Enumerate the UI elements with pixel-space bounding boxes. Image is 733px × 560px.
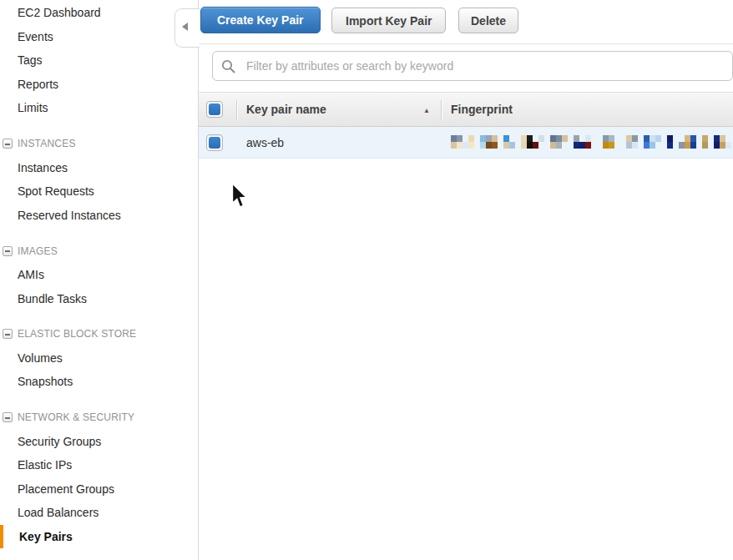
filter-input[interactable] [212,51,733,81]
column-header-fingerprint[interactable]: Fingerprint [451,93,513,126]
mosaic-cell [614,135,620,142]
mosaic-cell [591,142,597,149]
table-row-aws-eb[interactable]: aws-eb [199,127,733,159]
mosaic-cell [720,142,725,149]
sidebar-item-amis[interactable]: AMIs [0,263,198,287]
mosaic-cell [503,142,509,149]
collapse-minus-icon[interactable] [3,412,13,422]
mosaic-cell [474,142,480,149]
chevron-left-icon [182,23,188,31]
mosaic-cell [486,135,492,142]
sidebar-item-placement-groups[interactable]: Placement Groups [0,477,198,502]
mosaic-cell [679,142,685,149]
mosaic-cell [603,142,609,149]
mosaic-cell [620,142,626,149]
mosaic-cell [451,142,457,149]
sidebar-item-events[interactable]: Events [0,25,198,49]
sidebar-item-reserved-instances[interactable]: Reserved Instances [0,204,198,228]
collapse-minus-icon[interactable] [3,329,13,339]
mosaic-cell [550,142,556,149]
checkbox-checked-fill [209,103,220,115]
collapse-sidebar-button[interactable] [174,8,200,48]
mosaic-cell [533,142,538,149]
mosaic-cell [579,135,585,142]
delete-button[interactable]: Delete [458,8,518,33]
sidebar-section-network-security[interactable]: NETWORK & SECURITY [0,406,198,430]
mosaic-cell [562,142,568,149]
mosaic-cell [667,135,673,142]
mosaic-cell [521,135,527,142]
mosaic-cell [492,142,498,149]
mosaic-cell [661,135,667,142]
sidebar-section-label: NETWORK & SECURITY [18,411,134,423]
mosaic-cell [515,135,521,142]
sidebar-section-label: ELASTIC BLOCK STORE [18,328,136,340]
collapse-minus-icon[interactable] [3,139,13,149]
key-pair-name-cell: aws-eb [246,127,284,158]
mosaic-cell [685,142,690,149]
mosaic-cell [638,142,644,149]
sidebar-item-instances[interactable]: Instances [0,156,198,180]
column-divider [441,100,442,120]
mosaic-cell [486,142,492,149]
table-header: Key pair name ▲ Fingerprint [199,92,733,127]
mosaic-cell [714,142,720,149]
mosaic-cell [597,142,603,149]
sidebar-item-elastic-ips[interactable]: Elastic IPs [0,453,198,477]
mosaic-cell [509,135,515,142]
import-key-pair-button[interactable]: Import Key Pair [331,8,446,33]
sidebar-item-snapshots[interactable]: Snapshots [0,370,198,394]
mosaic-cell [480,142,486,149]
mosaic-cell [498,135,503,142]
mosaic-cell [503,135,509,142]
column-header-key-pair-name[interactable]: Key pair name [246,93,326,126]
mosaic-cell [527,142,533,149]
mosaic-cell [725,135,731,142]
sidebar-item-tags[interactable]: Tags [0,48,198,73]
mosaic-cell [609,135,614,142]
mosaic-cell [480,135,486,142]
sidebar-item-key-pairs[interactable]: Key Pairs [0,525,198,549]
mosaic-cell [632,142,638,149]
mosaic-cell [457,142,463,149]
mosaic-cell [644,142,650,149]
sidebar-section-elastic-block-store[interactable]: ELASTIC BLOCK STORE [0,322,198,346]
mosaic-cell [556,135,562,142]
sidebar-item-ec2-dashboard[interactable]: EC2 Dashboard [0,1,198,25]
sidebar-section-images[interactable]: IMAGES [0,239,198,263]
mosaic-cell [696,142,702,149]
mosaic-cell [544,135,550,142]
sidebar-item-reports[interactable]: Reports [0,73,198,97]
select-all-checkbox[interactable] [206,101,223,118]
mosaic-cell [533,135,538,142]
mosaic-cell [714,135,720,142]
sidebar-item-security-groups[interactable]: Security Groups [0,430,198,454]
sort-ascending-icon[interactable]: ▲ [423,107,430,114]
mosaic-cell [720,135,725,142]
sidebar-item-load-balancers[interactable]: Load Balancers [0,501,198,525]
mosaic-cell [468,135,474,142]
sidebar-item-spot-requests[interactable]: Spot Requests [0,179,198,204]
mosaic-cell [685,135,690,142]
mosaic-cell [474,135,480,142]
sidebar-section-label: INSTANCES [18,138,76,149]
mosaic-cell [585,142,591,149]
mosaic-cell [591,135,597,142]
mosaic-cell [538,135,544,142]
mosaic-cell [498,142,503,149]
mosaic-cell [673,135,679,142]
mosaic-cell [562,135,568,142]
sidebar-item-limits[interactable]: Limits [0,96,198,120]
mosaic-cell [509,142,515,149]
mosaic-cell [626,142,632,149]
row-checkbox[interactable] [206,134,223,151]
mosaic-cell [725,142,731,149]
collapse-minus-icon[interactable] [3,246,13,256]
mosaic-cell [556,142,562,149]
sidebar-item-bundle-tasks[interactable]: Bundle Tasks [0,287,198,311]
create-key-pair-button[interactable]: Create Key Pair [200,7,321,33]
mosaic-cell [579,142,585,149]
sidebar-item-volumes[interactable]: Volumes [0,346,198,371]
sidebar-section-instances[interactable]: INSTANCES [0,132,198,156]
fingerprint-redacted-cell [451,135,733,149]
